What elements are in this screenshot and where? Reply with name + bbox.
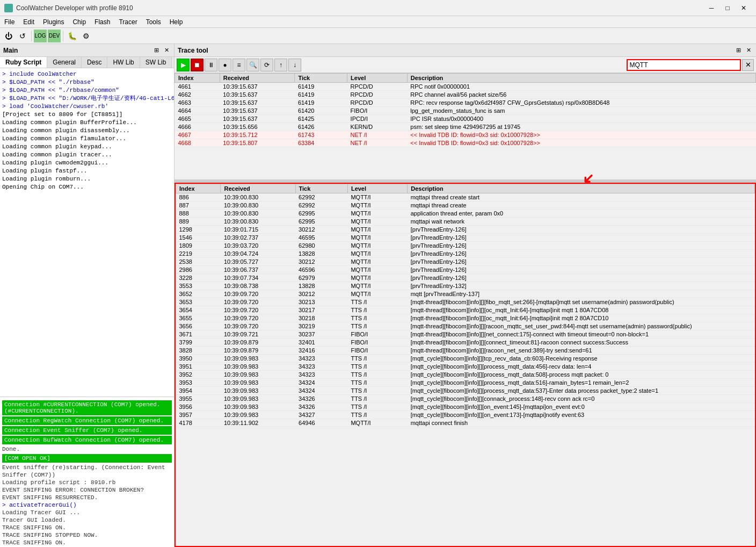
cell-received: 10:39:15.637 bbox=[220, 91, 295, 99]
table-row[interactable]: 3228 10:39:07.734 62979 MQTT/I [prvThrea… bbox=[176, 274, 755, 282]
menu-file[interactable]: File bbox=[0, 17, 19, 27]
table-row[interactable]: 3950 10:39:09.983 34323 TTS /I [mqtt_cyc… bbox=[176, 355, 755, 363]
left-panel-undock[interactable]: ⊞ bbox=[152, 47, 161, 54]
close-button[interactable]: ✕ bbox=[736, 3, 752, 13]
table-row[interactable]: 3652 10:39:09.720 30212 MQTT/I mqtt [prv… bbox=[176, 290, 755, 298]
table-row[interactable]: 2986 10:39:06.737 46596 MQTT/I [prvThrea… bbox=[176, 266, 755, 274]
tab-desc[interactable]: Desc bbox=[82, 57, 107, 68]
menu-chip[interactable]: Chip bbox=[68, 17, 90, 27]
table-row[interactable]: 3656 10:39:09.720 30219 TTS /I [mqtt-thr… bbox=[176, 322, 755, 330]
table-row[interactable]: 4665 10:39:15.637 61425 IPCD/I IPC ISR s… bbox=[175, 115, 756, 123]
search-clear-btn[interactable]: ✕ bbox=[742, 59, 754, 71]
menu-edit[interactable]: Edit bbox=[19, 17, 39, 27]
toolbar-bug-btn[interactable]: 🐛 bbox=[66, 30, 78, 42]
table-row[interactable]: 1298 10:39:01.715 30212 MQTT/I [prvThrea… bbox=[176, 226, 755, 234]
table-row[interactable]: 3951 10:39:09.983 34323 TTS /I [mqtt_cyc… bbox=[176, 363, 755, 371]
trace-record-btn[interactable]: ● bbox=[219, 59, 231, 71]
table-row[interactable]: 4666 10:39:15.656 61426 KERN/D psm: set … bbox=[175, 123, 756, 131]
trace-top-thead: Index Received Tick Level Description bbox=[175, 74, 756, 83]
table-row[interactable]: 3655 10:39:09.720 30218 TTS /I [mqtt-thr… bbox=[176, 314, 755, 322]
trace-start-btn[interactable]: ▶ bbox=[177, 59, 190, 71]
cell-level: TTS /I bbox=[347, 322, 407, 330]
trace-top-table-wrap[interactable]: Index Received Tick Level Description 46… bbox=[175, 73, 756, 179]
menu-plugins[interactable]: Plugins bbox=[39, 17, 68, 27]
table-row[interactable]: 3671 10:39:09.721 30237 FIBO/I [mqtt-thr… bbox=[176, 330, 755, 339]
table-row[interactable]: 4663 10:39:15.637 61419 RPCD/D RPC: recv… bbox=[175, 99, 756, 107]
cell-level: MQTT/I bbox=[347, 226, 407, 234]
table-row[interactable]: 4661 10:39:15.637 61419 RPCD/D RPC notif… bbox=[175, 83, 756, 91]
maximize-button[interactable]: □ bbox=[719, 3, 736, 13]
table-row[interactable]: 3654 10:39:09.720 30217 TTS /I [mqtt-thr… bbox=[176, 306, 755, 314]
cell-level: FIBO/I bbox=[347, 339, 407, 347]
table-row[interactable]: 2219 10:39:04.724 13828 MQTT/I [prvThrea… bbox=[176, 250, 755, 258]
cell-desc: RPC channel avail/56 packet size/56 bbox=[407, 91, 755, 99]
minimize-button[interactable]: ─ bbox=[703, 3, 719, 13]
table-row[interactable]: 888 10:39:00.830 62995 MQTT/I applicatio… bbox=[176, 210, 755, 218]
tab-sw-lib[interactable]: SW Lib bbox=[140, 57, 172, 68]
trace-bottom-header-row: Index Received Tick Level Description bbox=[176, 184, 755, 193]
tab-ruby-script[interactable]: Ruby Script bbox=[0, 57, 47, 68]
trace-stop-btn[interactable]: ⏹ bbox=[191, 59, 203, 71]
cell-index: 2219 bbox=[176, 250, 221, 258]
right-panel-close[interactable]: ✕ bbox=[745, 47, 753, 54]
cell-level: RPCD/D bbox=[347, 99, 408, 107]
cell-tick: 30212 bbox=[295, 226, 347, 234]
menu-flash[interactable]: Flash bbox=[90, 17, 114, 27]
table-row[interactable]: 3828 10:39:09.879 32416 FIBO/I [mqtt-thr… bbox=[176, 347, 755, 355]
table-row[interactable]: 3953 10:39:09.983 34324 TTS /I [mqtt_cyc… bbox=[176, 379, 755, 387]
trace-clear-btn[interactable]: ⟳ bbox=[260, 59, 273, 71]
cell-level: TTS /I bbox=[347, 387, 407, 395]
table-row[interactable]: 4178 10:39:11.902 64946 MQTT/I mqttapi c… bbox=[176, 419, 755, 427]
toolbar-settings-btn[interactable]: ⚙ bbox=[79, 30, 92, 42]
cell-tick: 34326 bbox=[295, 403, 347, 411]
trace-import-btn[interactable]: ↓ bbox=[288, 59, 301, 71]
table-row[interactable]: 3653 10:39:09.720 30213 TTS /I [mqtt-thr… bbox=[176, 298, 755, 306]
cell-index: 4663 bbox=[175, 99, 220, 107]
cell-index: 888 bbox=[176, 210, 221, 218]
table-row[interactable]: 1546 10:39:02.737 46595 MQTT/I [prvThrea… bbox=[176, 234, 755, 242]
trace-pause-btn[interactable]: ⏸ bbox=[205, 59, 217, 71]
trace-filter-btn[interactable]: 🔍 bbox=[246, 59, 259, 71]
cell-level: TTS /I bbox=[347, 298, 407, 306]
tab-hw-lib[interactable]: HW Lib bbox=[107, 57, 140, 68]
left-panel-close[interactable]: ✕ bbox=[163, 47, 171, 54]
menu-tools[interactable]: Tools bbox=[142, 17, 165, 27]
right-panel-undock[interactable]: ⊞ bbox=[735, 47, 743, 54]
trace-list-btn[interactable]: ≡ bbox=[232, 59, 245, 71]
cell-desc: [mqtt-thread][fibocom][info][][fibo_mqtt… bbox=[408, 298, 755, 306]
table-row[interactable]: 886 10:39:00.830 62992 MQTT/I mqttapi th… bbox=[176, 193, 755, 201]
cell-desc: [mqtt_cycle][fibocom][info][][tcp_recv_d… bbox=[408, 355, 755, 363]
table-row[interactable]: 3954 10:39:09.983 34324 TTS /I [mqtt_cyc… bbox=[176, 387, 755, 395]
table-row[interactable]: 3799 10:39:09.879 32401 FIBO/I [mqtt-thr… bbox=[176, 339, 755, 347]
script-line: > load 'CoolWatcher/cwuser.rb' bbox=[2, 103, 172, 111]
table-row[interactable]: 889 10:39:00.830 62995 MQTT/I mqttapi wa… bbox=[176, 218, 755, 226]
table-row[interactable]: 4662 10:39:15.637 61419 RPCD/D RPC chann… bbox=[175, 91, 756, 99]
table-row[interactable]: 4668 10:39:15.807 63384 NET /I << Invali… bbox=[175, 139, 756, 147]
table-row[interactable]: 4667 10:39:15.712 61743 NET /I << Invali… bbox=[175, 131, 756, 139]
table-row[interactable]: 3952 10:39:09.983 34323 TTS /I [mqtt_cyc… bbox=[176, 371, 755, 379]
table-row[interactable]: 3553 10:39:08.738 13828 MQTT/I [prvThrea… bbox=[176, 282, 755, 290]
tab-general[interactable]: General bbox=[47, 57, 82, 68]
cell-level: IPCD/I bbox=[347, 115, 408, 123]
table-row[interactable]: 4664 10:39:15.637 61420 FIBO/I lpg_get_m… bbox=[175, 107, 756, 115]
table-row[interactable]: 3956 10:39:09.983 34326 TTS /I [mqtt_cyc… bbox=[176, 403, 755, 411]
table-row[interactable]: 1809 10:39:03.720 62980 MQTT/I [prvThrea… bbox=[176, 242, 755, 250]
trace-export-btn[interactable]: ↑ bbox=[274, 59, 287, 71]
toolbar-log-btn[interactable]: LOG bbox=[34, 30, 47, 42]
table-row[interactable]: 3957 10:39:09.983 34327 TTS /I [mqtt_cyc… bbox=[176, 411, 755, 419]
table-row[interactable]: 3955 10:39:09.983 34326 TTS /I [mqtt_cyc… bbox=[176, 395, 755, 403]
table-row[interactable]: 887 10:39:00.830 62992 MQTT/I mqttapi th… bbox=[176, 201, 755, 210]
trace-splitter[interactable]: ➜ bbox=[175, 181, 756, 183]
cell-received: 10:39:00.830 bbox=[221, 218, 295, 226]
search-input[interactable] bbox=[627, 59, 742, 71]
menu-help[interactable]: Help bbox=[165, 17, 187, 27]
toolbar-refresh-btn[interactable]: ↺ bbox=[16, 30, 29, 42]
cell-received: 10:39:03.720 bbox=[221, 242, 295, 250]
toolbar-power-btn[interactable]: ⏻ bbox=[2, 30, 15, 42]
toolbar-dev-btn[interactable]: DEV bbox=[48, 30, 61, 42]
table-row[interactable]: 2538 10:39:05.727 30212 MQTT/I [prvThrea… bbox=[176, 258, 755, 266]
menu-tracer[interactable]: Tracer bbox=[114, 17, 141, 27]
trace-bottom-table-wrap[interactable]: Index Received Tick Level Description 88… bbox=[176, 184, 755, 546]
cell-index: 4178 bbox=[176, 419, 221, 427]
cell-received: 10:39:00.830 bbox=[221, 210, 295, 218]
